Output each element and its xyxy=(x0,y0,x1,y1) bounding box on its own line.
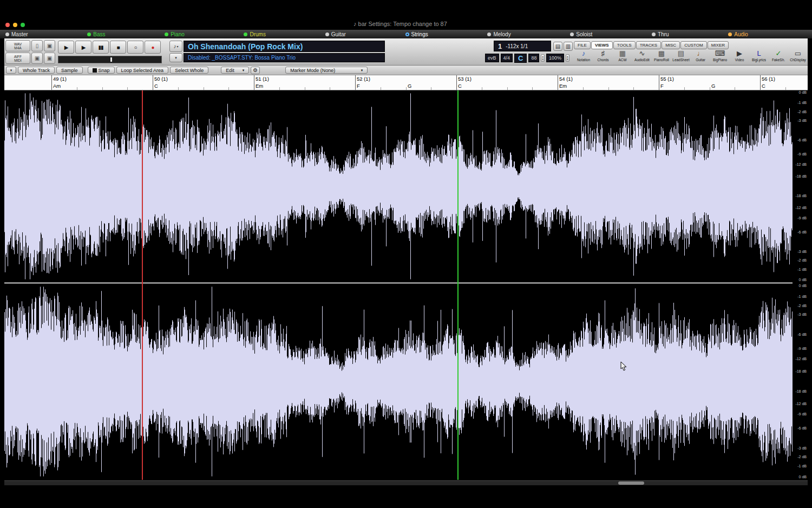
filetype-chip-aiff[interactable]: AIFFMIDI xyxy=(5,53,30,64)
view-button-chords[interactable]: ♯Chords xyxy=(593,49,613,66)
track-button-soloist[interactable]: Soloist xyxy=(570,31,592,37)
song-position-bar[interactable] xyxy=(58,56,162,63)
mouse-cursor xyxy=(620,362,628,372)
chord-label: F xyxy=(660,83,664,89)
view-button-fakesh[interactable]: ✓FakeSh. xyxy=(769,49,788,66)
view-button-audioedit[interactable]: ∿AudioEdit xyxy=(632,49,652,66)
beat-tick xyxy=(77,87,77,90)
zoom-spinner[interactable]: ▴ ▾ xyxy=(566,54,569,62)
chord-label: Em xyxy=(256,83,263,89)
view-button-chdisplay[interactable]: ▭ChDisplay xyxy=(788,49,808,66)
track-button-guitar[interactable]: Guitar xyxy=(325,31,346,37)
filetype-chip-wav[interactable]: WAVM4A xyxy=(5,40,30,51)
snap-label: Snap xyxy=(99,68,110,73)
db-scale-label: -18 dB xyxy=(795,174,807,179)
track-button-strings[interactable]: Strings xyxy=(405,31,428,37)
bar-ruler[interactable]: 49 (1)Am50 (1)C51 (1)Em52 (1)F53 (1)C54 … xyxy=(4,75,808,90)
open-file-button[interactable]: ▯ xyxy=(31,40,43,51)
view-button-bigpiano[interactable]: ⌨BigPiano xyxy=(710,49,730,66)
waveform-channel-left[interactable] xyxy=(4,90,793,282)
play-button[interactable]: ▶ xyxy=(58,41,74,54)
feel-display[interactable]: evB xyxy=(485,54,499,62)
beat-tick xyxy=(127,87,128,90)
horizontal-scrollbar[interactable] xyxy=(4,480,808,485)
track-button-audio[interactable]: Audio xyxy=(728,31,748,37)
tab-tracks[interactable]: TRACKS xyxy=(636,41,661,49)
db-scale-label: -6 dB xyxy=(797,230,807,235)
waveform-channel-right[interactable] xyxy=(4,284,793,479)
bar-number: 53 (1) xyxy=(458,76,472,82)
ribbon-tabs: FILEVIEWSTOOLSTRACKSMISCCUSTOMMIXER xyxy=(574,41,729,49)
view-button-video[interactable]: ▶Video xyxy=(730,49,749,66)
zoom-display[interactable]: 100% xyxy=(546,54,564,62)
loop-button[interactable]: ○ xyxy=(127,41,143,54)
tab-custom[interactable]: CUSTOM xyxy=(680,41,707,49)
print-button[interactable]: ▥ xyxy=(564,42,573,51)
view-button-guitar[interactable]: ♩Guitar xyxy=(691,49,710,66)
view-button-notation[interactable]: ♪Notation xyxy=(574,49,593,66)
filetype-label: M4A xyxy=(14,46,21,50)
settings-gear-button[interactable]: ⚙ xyxy=(251,67,260,74)
tempo-spinner[interactable]: ▴ ▾ xyxy=(541,54,545,62)
marker-mode-dropdown[interactable]: Marker Mode (None) ▾ xyxy=(285,67,368,74)
beat-tick xyxy=(532,87,533,90)
style-menu-button[interactable]: ▾ xyxy=(169,53,182,62)
time-signature-display[interactable]: 4/4 xyxy=(501,54,513,62)
bar-tick xyxy=(456,75,457,90)
stop-button[interactable]: ■ xyxy=(110,41,126,54)
key-display[interactable]: C xyxy=(514,54,527,63)
select-whole-button[interactable]: Select Whole xyxy=(170,67,208,74)
track-button-master[interactable]: Master xyxy=(5,31,28,37)
view-button-leadsheet[interactable]: ▤LeadSheet xyxy=(671,49,691,66)
current-bar-number: 1 xyxy=(498,42,502,50)
loop-selected-area-button[interactable]: Loop Selected Area xyxy=(116,67,169,74)
edit-menu-button[interactable]: Edit ▾ xyxy=(221,67,249,74)
scrollbar-thumb[interactable] xyxy=(618,481,644,485)
range-select-combo[interactable]: ▾ xyxy=(6,67,16,74)
sample-button[interactable]: Sample xyxy=(56,67,83,74)
play-alt-button[interactable]: ▶ xyxy=(75,41,91,54)
chevron-down-icon: ▾ xyxy=(175,56,177,60)
view-button-label: Guitar xyxy=(696,58,705,62)
track-button-bass[interactable]: Bass xyxy=(87,31,105,37)
filetype-label: MIDI xyxy=(14,58,22,62)
view-button-biglyrics[interactable]: LBigLyrics xyxy=(749,49,769,66)
save-file-button[interactable]: ▣ xyxy=(44,40,55,51)
style-info-display[interactable]: Disabled: _BOSSAPT.STY: Bossa Piano Trio xyxy=(184,53,385,62)
track-button-drums[interactable]: Drums xyxy=(244,31,265,37)
tab-misc[interactable]: MISC xyxy=(662,41,680,49)
zoom-button[interactable] xyxy=(21,23,25,27)
view-button-pianoroll[interactable]: ▩PianoRoll xyxy=(652,49,671,66)
db-scale-label: -1 dB xyxy=(797,101,807,105)
save-as-button[interactable]: ▣ xyxy=(31,53,43,64)
tab-views[interactable]: VIEWS xyxy=(591,41,613,49)
bar-tick xyxy=(355,75,356,90)
song-title-display[interactable]: Oh Shenandoah (Pop Rock Mix) xyxy=(184,41,385,52)
song-title-menu-button[interactable]: ♪▾ xyxy=(169,41,182,52)
db-scale-label: -2 dB xyxy=(797,258,807,263)
tab-tools[interactable]: TOOLS xyxy=(613,41,636,49)
export-audio-button[interactable]: ▣ xyxy=(44,53,55,64)
window-controls xyxy=(5,23,25,27)
minimize-button[interactable] xyxy=(13,23,17,27)
track-button-thru[interactable]: Thru xyxy=(652,31,669,37)
tab-file[interactable]: FILE xyxy=(574,41,591,49)
beat-tick xyxy=(228,87,229,90)
close-button[interactable] xyxy=(5,23,10,27)
pause-button[interactable]: ▮▮ xyxy=(93,41,109,54)
track-button-melody[interactable]: Melody xyxy=(487,31,510,37)
bar-tick xyxy=(254,75,254,90)
snap-button[interactable]: Snap xyxy=(88,67,115,74)
track-status-dot xyxy=(652,32,656,36)
chord-label: G xyxy=(408,83,411,89)
tempo-display[interactable]: 88 xyxy=(528,54,539,62)
file-button-cluster: WAVM4A▯▣AIFFMIDI▣▣ xyxy=(5,40,55,64)
whole-track-button[interactable]: Whole Track xyxy=(18,67,55,74)
track-button-piano[interactable]: Piano xyxy=(165,31,185,37)
record-button[interactable]: ● xyxy=(145,41,161,54)
copy-button[interactable]: ▤ xyxy=(553,42,562,51)
tab-mixer[interactable]: MIXER xyxy=(708,41,729,49)
db-scale-label: -6 dB xyxy=(797,426,807,431)
view-button-acw[interactable]: ▦ACW xyxy=(613,49,632,66)
song-meta-row: evB 4/4 C 88 ▴ ▾ 100% ▴ ▾ xyxy=(485,53,569,63)
